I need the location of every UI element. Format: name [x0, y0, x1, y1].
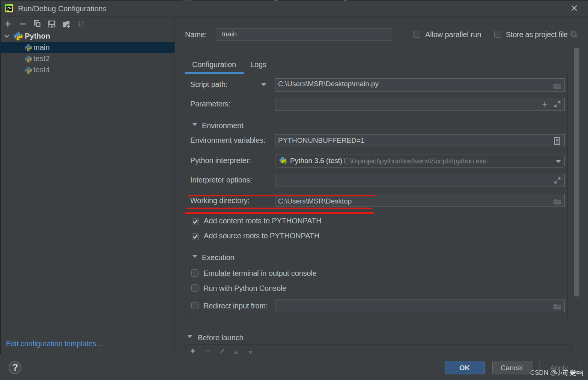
- svg-text:z: z: [82, 24, 84, 28]
- svg-text:a: a: [82, 20, 84, 24]
- svg-text:PC: PC: [6, 6, 11, 10]
